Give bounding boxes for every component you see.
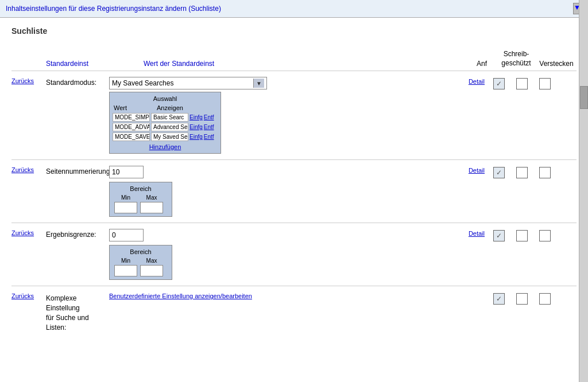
detail-link-seitennummerierung[interactable]: Detail bbox=[456, 167, 485, 174]
field-label-ergebnisgrenze: Ergebnisgrenze: bbox=[46, 229, 109, 239]
dropdown-cell-wert-1: MODE_ADVA bbox=[113, 123, 150, 131]
checkbox-group-komplexe: ✓ bbox=[493, 293, 551, 305]
dropdown-col-headers: Wert Anzeigen bbox=[113, 104, 218, 111]
bereich-title-ergebnisgrenze: Bereich bbox=[114, 248, 167, 255]
dropdown-row-0: MODE_SIMP Basic Searc Einfg Entf bbox=[113, 113, 218, 122]
checkbox-group-ergebnisgrenze: ✓ bbox=[493, 230, 551, 241]
bereich-min-label: Min bbox=[114, 194, 137, 201]
header-schreib: Schreib-geschützt bbox=[496, 50, 536, 68]
bereich-min-label-2: Min bbox=[114, 258, 137, 264]
row-seitennummerierung: Zurücks Seitennummerierung: Bereich Min … bbox=[11, 160, 577, 223]
dropdown-cell-wert-0: MODE_SIMP bbox=[113, 113, 150, 122]
hinzufuegen-link[interactable]: Hinzufügen bbox=[113, 143, 218, 150]
dropdown-cell-anzeigen-2: My Saved Se bbox=[151, 132, 188, 141]
ergebnisgrenze-input[interactable] bbox=[109, 229, 144, 241]
seitennummerierung-input[interactable] bbox=[109, 166, 144, 178]
bereich-min-col-2: Min bbox=[114, 258, 137, 276]
header-wert: Wert der Standardeinst bbox=[144, 60, 467, 68]
dropdown-cell-wert-2: MODE_SAVE bbox=[113, 132, 150, 141]
dropdown-links-1: Einfg Entf bbox=[189, 124, 214, 130]
detail-link-standardmodus[interactable]: Detail bbox=[456, 78, 485, 85]
dropdown-table: Auswahl Wert Anzeigen MODE_SIMP Basic Se… bbox=[109, 92, 221, 154]
checkbox-versteck-ergebnisgrenze[interactable] bbox=[539, 230, 551, 241]
checkbox-versteck-seitennummerierung[interactable] bbox=[539, 167, 551, 178]
checkbox-anf-standardmodus[interactable]: ✓ bbox=[493, 78, 505, 89]
row-standardmodus: Zurücks Standardmodus: My Saved Searches… bbox=[11, 71, 577, 160]
value-area-komplexe: Benutzerdefinierte Einstellung anzeigen/… bbox=[109, 292, 456, 300]
row-ergebnisgrenze: Zurücks Ergebnisgrenze: Bereich Min Max bbox=[11, 223, 577, 286]
bereich-inputs-ergebnisgrenze: Min Max bbox=[114, 258, 167, 276]
field-label-seitennummerierung: Seitennummerierung: bbox=[46, 166, 109, 176]
checkbox-group-seitennummerierung: ✓ bbox=[493, 167, 551, 178]
zurueck-seitennummerierung[interactable]: Zurücks bbox=[11, 166, 46, 174]
select-value: My Saved Searches bbox=[112, 79, 173, 87]
value-area-seitennummerierung: Bereich Min Max bbox=[109, 166, 456, 217]
checkbox-anf-komplexe[interactable]: ✓ bbox=[493, 293, 505, 305]
entf-link-2[interactable]: Entf bbox=[204, 134, 214, 140]
dropdown-cell-anzeigen-0: Basic Searc bbox=[151, 113, 188, 122]
check-mark-anf-2: ✓ bbox=[496, 169, 502, 177]
einfg-link-2[interactable]: Einfg bbox=[189, 134, 203, 140]
dropdown-row-1: MODE_ADVA Advanced Se Einfg Entf bbox=[113, 123, 218, 131]
bereich-max-col-2: Max bbox=[140, 258, 163, 276]
header-standardeinst: Standardeinst bbox=[46, 60, 144, 68]
detail-link-ergebnisgrenze[interactable]: Detail bbox=[456, 230, 485, 237]
einfg-link-0[interactable]: Einfg bbox=[189, 114, 203, 120]
dropdown-links-2: Einfg Entf bbox=[189, 134, 214, 140]
checkbox-versteck-standardmodus[interactable] bbox=[539, 78, 551, 89]
bereich-min-input-ergebnisgrenze[interactable] bbox=[114, 265, 137, 276]
bereich-max-label: Max bbox=[140, 194, 163, 201]
window-title-text: Inhaltseinstellungen für diese Registrie… bbox=[6, 5, 221, 13]
entf-link-0[interactable]: Entf bbox=[204, 114, 214, 120]
bereich-max-label-2: Max bbox=[140, 258, 163, 264]
dropdown-col-anzeigen: Anzeigen bbox=[157, 104, 216, 111]
zurueck-standardmodus[interactable]: Zurücks bbox=[11, 77, 46, 85]
check-mark-anf-4: ✓ bbox=[496, 295, 502, 303]
bereich-inputs-seitennummerierung: Min Max bbox=[114, 194, 167, 213]
checkbox-group-standardmodus: ✓ bbox=[493, 78, 551, 89]
scrollbar[interactable] bbox=[579, 0, 588, 346]
zurueck-komplexe[interactable]: Zurücks bbox=[11, 292, 46, 300]
main-content: Suchliste Standardeinst Wert der Standar… bbox=[0, 18, 588, 346]
page-title: Suchliste bbox=[11, 26, 577, 36]
entf-link-1[interactable]: Entf bbox=[204, 124, 214, 130]
header-anf: Anf bbox=[467, 60, 496, 68]
benutzerdefinierte-link[interactable]: Benutzerdefinierte Einstellung anzeigen/… bbox=[109, 293, 252, 299]
bereich-title-seitennummerierung: Bereich bbox=[114, 185, 167, 192]
dropdown-col-wert: Wert bbox=[114, 104, 157, 111]
bereich-min-col: Min bbox=[114, 194, 137, 213]
field-label-komplexe: Komplexe Einstellung für Suche und Liste… bbox=[46, 292, 109, 332]
bereich-min-input-seitennummerierung[interactable] bbox=[114, 202, 137, 213]
field-label-standardmodus: Standardmodus: bbox=[46, 77, 109, 87]
dropdown-links-0: Einfg Entf bbox=[189, 114, 214, 120]
check-mark-anf-3: ✓ bbox=[496, 232, 502, 240]
dropdown-arrow[interactable]: ▼ bbox=[253, 79, 264, 88]
einfg-link-1[interactable]: Einfg bbox=[189, 124, 203, 130]
checkbox-anf-ergebnisgrenze[interactable]: ✓ bbox=[493, 230, 505, 241]
standardmodus-select[interactable]: My Saved Searches ▼ bbox=[109, 77, 267, 89]
bereich-max-input-seitennummerierung[interactable] bbox=[140, 202, 163, 213]
table-header: Standardeinst Wert der Standardeinst Anf… bbox=[11, 47, 577, 71]
checkbox-schreib-komplexe[interactable] bbox=[516, 293, 528, 305]
value-area-standardmodus: My Saved Searches ▼ Auswahl Wert Anzeige… bbox=[109, 77, 456, 154]
bereich-max-col: Max bbox=[140, 194, 163, 213]
bereich-max-input-ergebnisgrenze[interactable] bbox=[140, 265, 163, 276]
dropdown-row-2: MODE_SAVE My Saved Se Einfg Entf bbox=[113, 132, 218, 141]
checkbox-versteck-komplexe[interactable] bbox=[539, 293, 551, 305]
checkbox-schreib-standardmodus[interactable] bbox=[516, 78, 528, 89]
dropdown-cell-anzeigen-1: Advanced Se bbox=[151, 123, 188, 131]
zurueck-ergebnisgrenze[interactable]: Zurücks bbox=[11, 229, 46, 237]
scrollbar-thumb[interactable] bbox=[580, 86, 588, 109]
bereich-box-ergebnisgrenze: Bereich Min Max bbox=[109, 245, 172, 280]
row-komplexe-einstellung: Zurücks Komplexe Einstellung für Suche u… bbox=[11, 286, 577, 338]
checkbox-schreib-seitennummerierung[interactable] bbox=[516, 167, 528, 178]
header-verstecken: Verstecken bbox=[536, 60, 577, 68]
window-title-bar: Inhaltseinstellungen für diese Registrie… bbox=[0, 0, 588, 18]
check-mark-anf: ✓ bbox=[496, 80, 502, 88]
value-area-ergebnisgrenze: Bereich Min Max bbox=[109, 229, 456, 280]
checkbox-anf-seitennummerierung[interactable]: ✓ bbox=[493, 167, 505, 178]
dropdown-header: Auswahl bbox=[113, 95, 218, 102]
checkbox-schreib-ergebnisgrenze[interactable] bbox=[516, 230, 528, 241]
bereich-box-seitennummerierung: Bereich Min Max bbox=[109, 182, 172, 217]
